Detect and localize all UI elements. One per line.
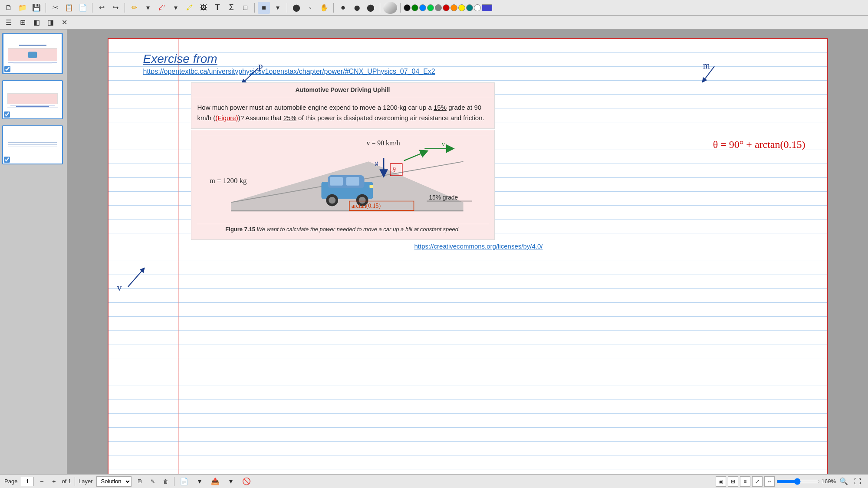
svg-text:g: g bbox=[375, 160, 378, 166]
close-panel-btn[interactable]: ✕ bbox=[58, 16, 70, 29]
redo-button[interactable]: ↪ bbox=[109, 2, 122, 14]
diagram-svg: v = 90 km/h v bbox=[197, 135, 489, 222]
sep7 bbox=[380, 3, 380, 13]
highlighter-button[interactable]: 🖊 bbox=[156, 2, 168, 14]
text-button[interactable]: T bbox=[211, 2, 224, 14]
svg-point-15 bbox=[329, 197, 335, 204]
color-black[interactable] bbox=[404, 4, 411, 11]
eraser-button[interactable]: ◦ bbox=[304, 2, 316, 14]
zoom-label: 169% bbox=[822, 478, 836, 485]
layer-btn2[interactable]: ✎ bbox=[148, 477, 158, 486]
color-blue[interactable] bbox=[419, 4, 426, 11]
figure-caption: Figure 7.15 We want to calculate the pow… bbox=[197, 224, 489, 234]
open-button[interactable]: 📁 bbox=[16, 2, 29, 14]
export-dropdown2[interactable]: ▾ bbox=[225, 475, 237, 488]
move-button[interactable]: ✋ bbox=[318, 2, 330, 14]
color-green-dark[interactable] bbox=[411, 4, 418, 11]
svg-text:arctan(0.15): arctan(0.15) bbox=[351, 203, 380, 210]
page-minus-btn[interactable]: − bbox=[37, 477, 46, 486]
thumb3-checkbox[interactable] bbox=[4, 157, 10, 163]
dot1: ⬤ bbox=[337, 2, 349, 14]
color-red[interactable] bbox=[443, 4, 450, 11]
layer-btn1[interactable]: 🖹 bbox=[135, 477, 145, 486]
color-orange[interactable] bbox=[450, 4, 457, 11]
save-button[interactable]: 💾 bbox=[30, 2, 43, 14]
status-sep1 bbox=[75, 477, 75, 486]
paste-button[interactable]: 📄 bbox=[77, 2, 89, 14]
sep4 bbox=[254, 3, 255, 13]
thumbnail-3[interactable] bbox=[2, 125, 63, 164]
svg-rect-18 bbox=[369, 185, 373, 188]
zoom-slider[interactable] bbox=[776, 478, 820, 485]
color-green-light[interactable] bbox=[427, 4, 434, 11]
export-dropdown[interactable]: ▾ bbox=[194, 475, 206, 488]
select-button[interactable]: ■ bbox=[258, 2, 270, 14]
view-width[interactable]: ↔ bbox=[764, 476, 775, 487]
export-btn2[interactable]: 📤 bbox=[209, 475, 221, 488]
second-toolbar: ☰ ⊞ ◧ ◨ ✕ bbox=[0, 16, 868, 29]
of-label: of 1 bbox=[62, 478, 71, 485]
pen-dropdown[interactable]: ▾ bbox=[142, 2, 154, 14]
thumbnail-2[interactable] bbox=[2, 80, 63, 119]
page-label: Page bbox=[4, 478, 17, 485]
theme-button[interactable] bbox=[383, 2, 397, 14]
thumb1-checkbox[interactable] bbox=[4, 66, 10, 72]
view-double[interactable]: ⊞ bbox=[728, 476, 738, 487]
problem-box-title: Automotive Power Driving Uphill bbox=[191, 83, 494, 97]
problem-box: Automotive Power Driving Uphill How much… bbox=[191, 82, 495, 129]
fullscreen-btn[interactable]: ⛶ bbox=[852, 475, 864, 488]
svg-rect-13 bbox=[346, 177, 359, 186]
new-button[interactable]: 🗋 bbox=[3, 2, 15, 14]
page-plus-btn[interactable]: + bbox=[49, 477, 58, 486]
view-single[interactable]: ▣ bbox=[716, 476, 726, 487]
cc-url[interactable]: https://creativecommons.org/licenses/by/… bbox=[143, 242, 814, 250]
dot3: ⬤ bbox=[365, 2, 377, 14]
pen-button[interactable]: ✏ bbox=[128, 2, 140, 14]
svg-rect-12 bbox=[330, 177, 343, 186]
color-teal[interactable] bbox=[466, 4, 473, 11]
select-dropdown[interactable]: ▾ bbox=[272, 2, 284, 14]
figure-box: v = 90 km/h v bbox=[191, 130, 495, 240]
zoom-out-btn[interactable]: 🔍 bbox=[838, 475, 850, 488]
color-gray[interactable] bbox=[435, 4, 442, 11]
view-fit[interactable]: ⤢ bbox=[752, 476, 763, 487]
color-yellow[interactable] bbox=[458, 4, 465, 11]
zoom-section: ▣ ⊞ ≡ ⤢ ↔ 169% 🔍 ⛶ bbox=[716, 475, 864, 488]
layers-btn[interactable]: ◧ bbox=[30, 16, 43, 29]
sep1 bbox=[46, 3, 46, 13]
sigma-button[interactable]: Σ bbox=[225, 2, 237, 14]
svg-text:15% grade: 15% grade bbox=[429, 194, 458, 201]
svg-text:θ: θ bbox=[392, 166, 395, 174]
extra-btn[interactable]: ◨ bbox=[44, 16, 56, 29]
svg-line-1 bbox=[704, 66, 714, 81]
shape-button[interactable]: □ bbox=[239, 2, 251, 14]
problem-text: How much power must an automobile engine… bbox=[191, 97, 494, 128]
svg-line-2 bbox=[128, 269, 143, 287]
layer-dropdown[interactable]: Solution bbox=[96, 476, 132, 487]
undo-button[interactable]: ↩ bbox=[95, 2, 108, 14]
color-white[interactable] bbox=[474, 4, 481, 11]
export-pdf-btn[interactable]: 📄 bbox=[178, 475, 190, 488]
fill-button[interactable]: ⬤ bbox=[290, 2, 302, 14]
export-btn3[interactable]: 🚫 bbox=[240, 475, 253, 488]
sep2 bbox=[92, 3, 92, 13]
sep8 bbox=[400, 3, 401, 13]
layer-btn3[interactable]: 🗑 bbox=[161, 477, 171, 486]
thumb2-checkbox[interactable] bbox=[4, 111, 10, 118]
view-scroll[interactable]: ≡ bbox=[740, 476, 750, 487]
copy-button[interactable]: 📋 bbox=[63, 2, 75, 14]
page-number-input[interactable] bbox=[21, 477, 34, 486]
color-blue2[interactable] bbox=[482, 4, 492, 11]
note-page: Exercise from https://opentextbc.ca/univ… bbox=[108, 38, 828, 474]
view-btn2[interactable]: ⊞ bbox=[16, 16, 29, 29]
page-area[interactable]: Exercise from https://opentextbc.ca/univ… bbox=[67, 29, 868, 474]
view-btn1[interactable]: ☰ bbox=[3, 16, 15, 29]
image-button[interactable]: 🖼 bbox=[197, 2, 210, 14]
main-toolbar: 🗋 📁 💾 ✂ 📋 📄 ↩ ↪ ✏ ▾ 🖊 ▾ 🖍 🖼 T Σ □ ■ ▾ ⬤ … bbox=[0, 0, 868, 16]
main-area: Exercise from https://opentextbc.ca/univ… bbox=[0, 29, 868, 474]
marker-button[interactable]: 🖍 bbox=[184, 2, 196, 14]
v-annotation: v bbox=[117, 282, 122, 293]
highlighter-dropdown[interactable]: ▾ bbox=[170, 2, 182, 14]
thumbnail-1[interactable] bbox=[2, 33, 63, 74]
cut-button[interactable]: ✂ bbox=[49, 2, 61, 14]
